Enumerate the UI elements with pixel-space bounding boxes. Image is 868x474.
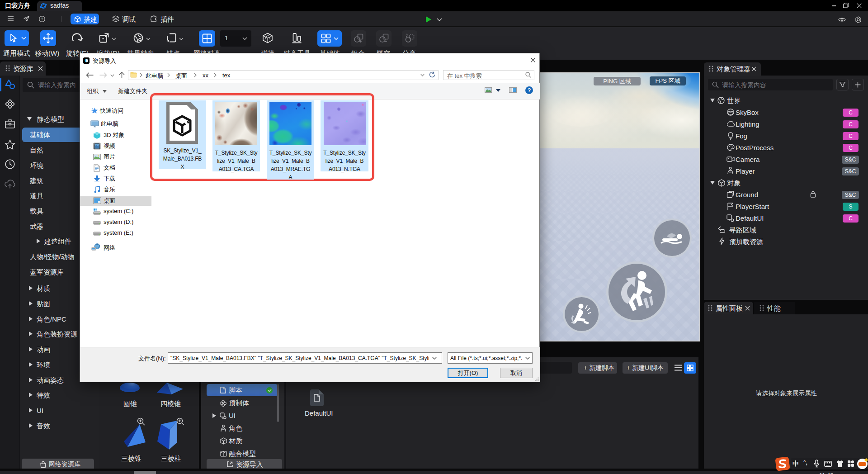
svg-text:?: ? bbox=[41, 17, 43, 21]
